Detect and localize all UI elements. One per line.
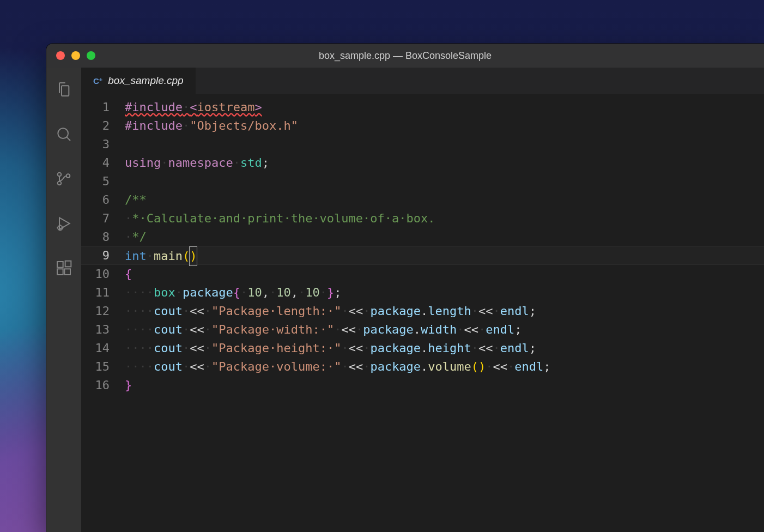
titlebar[interactable]: box_sample.cpp — BoxConsoleSample — [46, 44, 764, 68]
code-line[interactable]: ·*·Calculate·and·print·the·volume·of·a·b… — [125, 209, 764, 228]
code-line[interactable]: ····cout·<<·"Package·width:·"·<<·package… — [125, 321, 764, 339]
minimize-window-button[interactable] — [71, 51, 80, 60]
svg-rect-9 — [57, 262, 63, 268]
tab-bar: C+ box_sample.cpp — [81, 68, 764, 94]
code-editor[interactable]: 1 2 3 4 5 6 7 8 9 10 11 12 13 14 15 16 — [81, 94, 764, 532]
search-icon[interactable] — [46, 122, 81, 146]
code-line[interactable]: ·*/ — [125, 228, 764, 246]
code-line[interactable]: } — [125, 376, 764, 395]
vscode-window: box_sample.cpp — BoxConsoleSample — [46, 44, 764, 532]
code-line[interactable]: { — [125, 265, 764, 283]
svg-point-3 — [58, 182, 62, 185]
line-number: 1 — [81, 98, 110, 117]
run-debug-icon[interactable] — [46, 211, 81, 235]
code-line[interactable]: using·namespace·std; — [125, 154, 764, 172]
line-number: 7 — [81, 209, 110, 228]
line-number: 14 — [81, 339, 110, 358]
svg-line-1 — [66, 137, 70, 141]
line-number: 11 — [81, 283, 110, 302]
code-line[interactable] — [125, 135, 764, 154]
line-number: 2 — [81, 117, 110, 135]
window-controls — [56, 51, 95, 60]
svg-rect-12 — [65, 261, 71, 267]
line-number: 15 — [81, 358, 110, 376]
line-number: 10 — [81, 265, 110, 283]
code-line[interactable]: ····box·package{·10,·10,·10·}; — [125, 283, 764, 302]
activity-bar — [46, 68, 81, 532]
code-line[interactable]: /** — [125, 191, 764, 209]
code-line[interactable]: #include·<iostream> — [125, 98, 764, 117]
line-number: 5 — [81, 172, 110, 191]
tab-box-sample[interactable]: C+ box_sample.cpp — [81, 68, 196, 94]
svg-rect-11 — [64, 269, 70, 275]
code-line-current[interactable]: int·main() — [125, 246, 764, 265]
line-number: 13 — [81, 321, 110, 339]
code-line[interactable]: #include·"Objects/box.h" — [125, 117, 764, 135]
line-number-gutter: 1 2 3 4 5 6 7 8 9 10 11 12 13 14 15 16 — [81, 98, 125, 532]
code-line[interactable]: ····cout·<<·"Package·height:·"·<<·packag… — [125, 339, 764, 358]
svg-point-2 — [58, 173, 62, 177]
line-number: 12 — [81, 302, 110, 321]
svg-rect-10 — [57, 269, 63, 275]
line-number: 3 — [81, 135, 110, 154]
svg-point-4 — [66, 174, 70, 178]
window-title: box_sample.cpp — BoxConsoleSample — [46, 50, 764, 62]
cursor: ) — [189, 246, 197, 266]
cpp-file-icon: C+ — [93, 76, 102, 86]
code-line[interactable] — [125, 172, 764, 191]
line-number: 8 — [81, 228, 110, 246]
code-line[interactable]: ····cout·<<·"Package·length:·"·<<·packag… — [125, 302, 764, 321]
code-lines[interactable]: #include·<iostream> #include·"Objects/bo… — [125, 98, 764, 532]
source-control-icon[interactable] — [46, 167, 81, 191]
zoom-window-button[interactable] — [87, 51, 95, 60]
svg-point-0 — [58, 128, 68, 138]
line-number: 6 — [81, 191, 110, 209]
editor-region: C+ box_sample.cpp 1 2 3 4 5 6 7 8 9 10 1… — [81, 68, 764, 532]
line-number: 16 — [81, 376, 110, 395]
tab-filename: box_sample.cpp — [108, 75, 183, 87]
window-body: C+ box_sample.cpp 1 2 3 4 5 6 7 8 9 10 1… — [46, 68, 764, 532]
line-number: 4 — [81, 154, 110, 172]
extensions-icon[interactable] — [46, 256, 81, 280]
explorer-icon[interactable] — [46, 77, 81, 101]
code-line[interactable]: ····cout·<<·"Package·volume:·"·<<·packag… — [125, 358, 764, 376]
close-window-button[interactable] — [56, 51, 65, 60]
